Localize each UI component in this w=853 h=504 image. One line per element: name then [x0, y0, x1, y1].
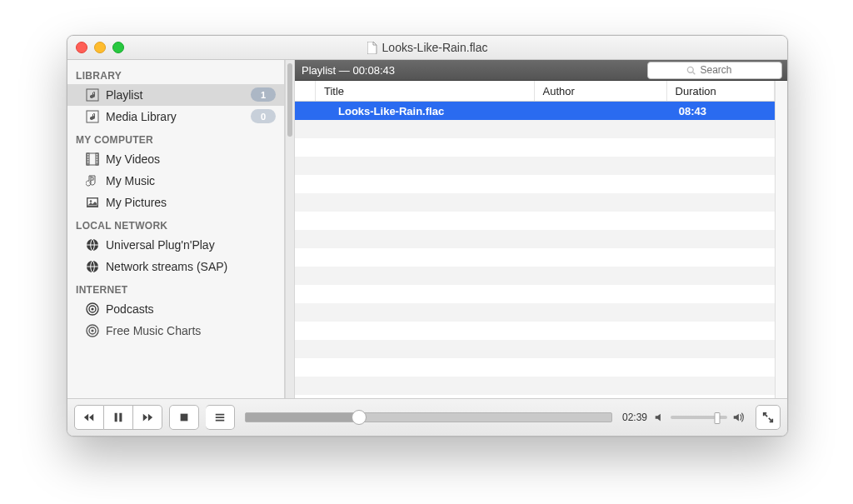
- volume-slider[interactable]: [671, 416, 727, 419]
- media-library-count-badge: 0: [251, 109, 276, 123]
- playlist-columns: Title Author Duration: [295, 81, 775, 102]
- sidebar-scrollbar-thumb[interactable]: [287, 63, 292, 137]
- column-author[interactable]: Author: [535, 81, 667, 101]
- sidebar-item-media-library[interactable]: Media Library 0: [67, 106, 284, 127]
- transport-buttons: [74, 405, 162, 430]
- svg-point-15: [91, 329, 93, 332]
- media-library-icon: [86, 110, 99, 123]
- column-playing[interactable]: [295, 81, 316, 101]
- seek-slider[interactable]: [245, 412, 612, 422]
- playlist-count-badge: 1: [251, 87, 276, 102]
- sidebar-item-free-music-charts[interactable]: Free Music Charts: [67, 320, 284, 342]
- playlist-scrollbar[interactable]: [775, 81, 787, 398]
- minimize-window-button[interactable]: [94, 42, 106, 53]
- window-controls: [76, 42, 124, 53]
- sidebar-item-my-videos[interactable]: My Videos: [67, 148, 284, 170]
- svg-point-7: [90, 200, 92, 202]
- volume-high-icon: [732, 412, 744, 423]
- playlist-title: Playlist — 00:08:43: [302, 64, 395, 77]
- sidebar-item-my-pictures[interactable]: My Pictures: [67, 192, 284, 213]
- sidebar-section-library: LIBRARY: [67, 63, 284, 84]
- sidebar-item-label: Free Music Charts: [106, 324, 201, 337]
- sidebar-item-label: Media Library: [106, 110, 177, 123]
- svg-point-12: [91, 307, 93, 310]
- seek-knob[interactable]: [352, 410, 367, 425]
- sidebar-item-podcasts[interactable]: Podcasts: [67, 298, 284, 320]
- volume-low-icon: [654, 412, 666, 423]
- video-icon: [86, 152, 99, 166]
- titlebar[interactable]: Looks-Like-Rain.flac: [67, 36, 787, 60]
- sidebar-item-sap[interactable]: Network streams (SAP): [67, 256, 284, 277]
- sidebar-item-label: Network streams (SAP): [106, 260, 227, 273]
- volume-control: [654, 412, 744, 423]
- network-icon: [86, 260, 99, 273]
- music-icon: [86, 174, 99, 187]
- podcast-icon: [86, 302, 99, 316]
- sidebar-section-local-network: LOCAL NETWORK: [67, 213, 284, 234]
- playlist-row[interactable]: Looks-Like-Rain.flac 08:43: [295, 102, 775, 120]
- app-window: Looks-Like-Rain.flac LIBRARY Playlist 1: [67, 35, 788, 437]
- row-duration: 08:43: [671, 105, 775, 117]
- sidebar-section-internet: INTERNET: [67, 277, 284, 298]
- sidebar-scrollbar[interactable]: [285, 60, 295, 398]
- pictures-icon: [86, 196, 99, 209]
- svg-rect-17: [115, 413, 117, 422]
- next-button[interactable]: [133, 405, 162, 430]
- stop-button[interactable]: [169, 405, 199, 430]
- playlist-toggle-button[interactable]: [206, 405, 235, 430]
- svg-rect-19: [181, 414, 188, 422]
- playback-controls: 02:39: [67, 398, 787, 436]
- sidebar-section-my-computer: MY COMPUTER: [67, 127, 284, 148]
- sidebar-item-label: My Videos: [106, 152, 160, 166]
- search-input[interactable]: [647, 62, 782, 79]
- sidebar-item-label: Podcasts: [106, 302, 154, 316]
- file-icon: [367, 42, 377, 54]
- network-icon: [86, 238, 99, 252]
- svg-point-16: [687, 67, 693, 72]
- sidebar-item-playlist[interactable]: Playlist 1: [67, 84, 284, 106]
- sidebar-item-my-music[interactable]: My Music: [67, 170, 284, 192]
- window-body: LIBRARY Playlist 1 Media Library 0 MY CO…: [67, 60, 787, 398]
- column-title[interactable]: Title: [316, 81, 535, 101]
- main-content: Playlist — 00:08:43 Title Author Duratio…: [295, 60, 787, 398]
- sidebar-item-label: Playlist: [106, 88, 142, 102]
- svg-rect-18: [119, 413, 122, 422]
- close-window-button[interactable]: [76, 42, 87, 53]
- podcast-icon: [86, 324, 99, 337]
- previous-button[interactable]: [74, 405, 104, 430]
- sidebar-item-label: My Music: [106, 174, 155, 187]
- elapsed-time: 02:39: [622, 412, 647, 423]
- volume-knob[interactable]: [714, 412, 720, 424]
- zoom-window-button[interactable]: [112, 42, 124, 53]
- playlist-header: Playlist — 00:08:43: [295, 60, 787, 81]
- sidebar-item-label: My Pictures: [106, 196, 167, 209]
- playlist-rows: Looks-Like-Rain.flac 08:43: [295, 102, 775, 398]
- pause-button[interactable]: [104, 405, 133, 430]
- sidebar-item-upnp[interactable]: Universal Plug'n'Play: [67, 234, 284, 256]
- sidebar: LIBRARY Playlist 1 Media Library 0 MY CO…: [67, 60, 285, 398]
- row-title: Looks-Like-Rain.flac: [315, 105, 542, 117]
- fullscreen-button[interactable]: [756, 405, 781, 430]
- search-field[interactable]: [699, 63, 744, 77]
- column-duration[interactable]: Duration: [667, 81, 775, 101]
- window-title: Looks-Like-Rain.flac: [382, 41, 488, 54]
- playlist-icon: [86, 88, 99, 102]
- sidebar-item-label: Universal Plug'n'Play: [106, 238, 215, 252]
- seek-fill: [246, 413, 359, 422]
- search-icon: [686, 66, 696, 75]
